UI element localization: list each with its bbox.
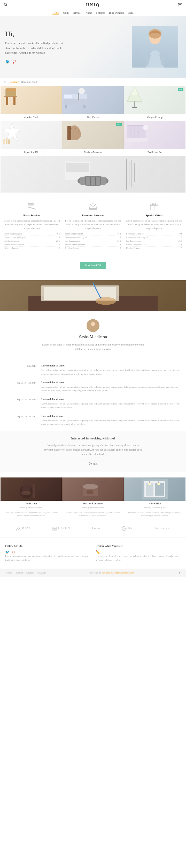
basic-list: Lorem sadipscing elit40 $ Consectetur sa… <box>4 232 60 250</box>
main-nav: Home Work Services About Features Blog D… <box>0 10 186 16</box>
logo-bk: bk BK <box>122 526 133 531</box>
logo-linen: LINEN <box>52 526 70 531</box>
svg-point-15 <box>78 88 85 94</box>
svg-rect-36 <box>80 177 106 185</box>
product-card-linen[interactable]: Bed Linen Set <box>124 121 185 155</box>
product-card-lamp[interactable]: Sale Origami Lamp <box>124 86 185 120</box>
googleplus-icon[interactable]: g+ <box>12 59 17 64</box>
process-image <box>0 280 186 311</box>
svg-marker-18 <box>131 87 139 95</box>
footer-gplus-icon[interactable]: g+ <box>12 550 15 554</box>
nav-work[interactable]: Work <box>63 11 69 14</box>
nav-about[interactable]: About <box>85 11 92 14</box>
contact-button[interactable]: Contact <box>82 460 104 467</box>
svg-point-63 <box>91 322 95 326</box>
hero-social: 🐦 g+ <box>5 59 129 64</box>
footer-follow: Follow Me On 🐦 g+ Lorem ipsum dolor sit … <box>5 544 90 562</box>
svg-rect-14 <box>83 105 85 108</box>
nav-services[interactable]: Services <box>73 11 82 14</box>
svg-point-51 <box>90 204 91 205</box>
service-basic: Basic Services Lorem ipsum dolor sit ame… <box>4 201 60 250</box>
svg-rect-27 <box>127 125 146 126</box>
logo-raw: RAW <box>16 526 31 531</box>
about-section: Sasha Middleton Lorem ipsum dolor sit am… <box>0 311 186 364</box>
footer-pencil-icon[interactable]: ✏️ <box>96 550 100 554</box>
svg-point-66 <box>21 491 31 495</box>
portfolio-card-office[interactable]: New Office Stetco ty ila hoodoo ty noo L… <box>124 477 185 519</box>
svg-rect-47 <box>28 205 34 206</box>
premium-desc: Lorem ipsum dolor sit amet, consectetur … <box>65 219 121 230</box>
avatar <box>86 319 100 332</box>
footer-design: Design What You New ✏️ Lorem ipsum dolor… <box>96 544 181 562</box>
footer-link-gplus[interactable]: Google+ <box>26 571 34 574</box>
portfolio-card-education[interactable]: Further Education Stetco ty ila hoodoo t… <box>62 477 123 519</box>
search-icon[interactable] <box>4 3 7 7</box>
footer-links: Twitter Facebook Google+ Instagram <box>5 571 46 574</box>
footer-credit: Powered by Powered by ThemeFashioned.com <box>90 571 134 574</box>
footer-link-twitter[interactable]: Twitter <box>5 571 12 574</box>
hero-greeting: Hi, <box>5 30 129 38</box>
nav-2015[interactable]: 2015 <box>128 11 134 14</box>
service-special: Special Offers Lorem ipsum dolor sit ame… <box>126 201 182 250</box>
site-logo: UNIQ <box>86 3 100 7</box>
timeline-item: Sep 2013 - Oct 2014 Lorem dolor sit amet… <box>5 398 181 409</box>
twitter-icon[interactable]: 🐦 <box>5 59 10 64</box>
svg-rect-46 <box>28 203 34 204</box>
filter-popular[interactable]: Popular <box>10 81 18 83</box>
filter-recommended[interactable]: Recommended <box>21 81 37 83</box>
nav-blog[interactable]: Blog Dynamic <box>109 11 124 14</box>
svg-text:bk: bk <box>123 528 127 530</box>
timeline: July 2015 Lorem dolor sit amet Lorem ips… <box>0 364 186 426</box>
footer-design-social: ✏️ <box>96 550 181 554</box>
svg-rect-67 <box>33 484 35 498</box>
wrench-icon <box>27 201 37 211</box>
services-section: Basic Services Lorem ipsum dolor sit ame… <box>0 193 186 258</box>
footer-link-instagram[interactable]: Instagram <box>37 571 46 574</box>
footer-credit-link[interactable]: Powered by ThemeFashioned.com <box>102 571 134 574</box>
footer-top: Follow Me On 🐦 g+ Lorem ipsum dolor sit … <box>0 538 186 569</box>
footer-twitter-icon[interactable]: 🐦 <box>5 550 9 554</box>
hero-section: Hi, I'm Sasha. I create beautifully craf… <box>0 16 186 78</box>
premium-title: Premium Services <box>65 214 121 217</box>
basic-desc: Lorem ipsum dolor sit amet, consectetur … <box>4 219 60 230</box>
portfolio-grid: Workshop Stetco ty ila hoodoo ty noo Lor… <box>0 477 186 519</box>
footer-link-facebook[interactable]: Facebook <box>14 571 24 574</box>
logo-lava: Lava <box>92 526 100 530</box>
product-card-chair[interactable]: Wooden Chair <box>1 86 62 120</box>
svg-line-48 <box>28 207 35 209</box>
svg-point-69 <box>83 484 98 489</box>
svg-rect-13 <box>65 105 67 108</box>
back-to-top-button[interactable]: ▲ <box>178 571 181 574</box>
svg-rect-70 <box>86 490 93 494</box>
nav-home[interactable]: Home <box>52 11 59 14</box>
logo-indesign: Indesign <box>154 526 170 530</box>
product-grid: Wooden Chair Bed Throw Sale <box>0 86 186 120</box>
product-card-bed[interactable]: Bed Throw <box>62 86 123 120</box>
person-intro: Lorem ipsum dolor sit amet, consetetur s… <box>41 342 145 351</box>
svg-point-77 <box>157 483 160 485</box>
hero-text: Hi, I'm Sasha. I create beautifully craf… <box>5 30 129 64</box>
hero-bio: I'm Sasha. I create beautifully crafted … <box>5 41 67 55</box>
filter-all[interactable]: All <box>4 81 7 83</box>
basic-title: Basic Services <box>4 214 60 217</box>
svg-marker-21 <box>3 122 21 141</box>
mail-icon[interactable] <box>178 3 182 7</box>
nav-features[interactable]: Features <box>96 11 105 14</box>
download-pdf-button[interactable]: Download PDF <box>80 262 106 269</box>
special-title: Special Offers <box>126 214 182 217</box>
svg-rect-8 <box>13 96 15 105</box>
svg-rect-31 <box>125 138 148 142</box>
product-card-star[interactable]: Paper Star Kit <box>1 121 62 155</box>
premium-list: Lorem sadipscing elit40 $ Consectetur sa… <box>65 232 121 250</box>
svg-rect-80 <box>53 528 55 529</box>
svg-rect-25 <box>67 126 71 140</box>
svg-rect-24 <box>8 140 10 144</box>
portfolio-card-workshop[interactable]: Workshop Stetco ty ila hoodoo ty noo Lor… <box>1 477 62 519</box>
svg-point-0 <box>4 3 7 6</box>
product-card-measure[interactable]: Sale Made to Measure <box>62 121 123 155</box>
svg-rect-7 <box>6 96 8 105</box>
svg-rect-22 <box>3 139 5 144</box>
svg-point-53 <box>95 204 96 205</box>
svg-rect-16 <box>78 93 79 100</box>
contact-section: Interested in working with me? Lorem ips… <box>0 431 186 472</box>
